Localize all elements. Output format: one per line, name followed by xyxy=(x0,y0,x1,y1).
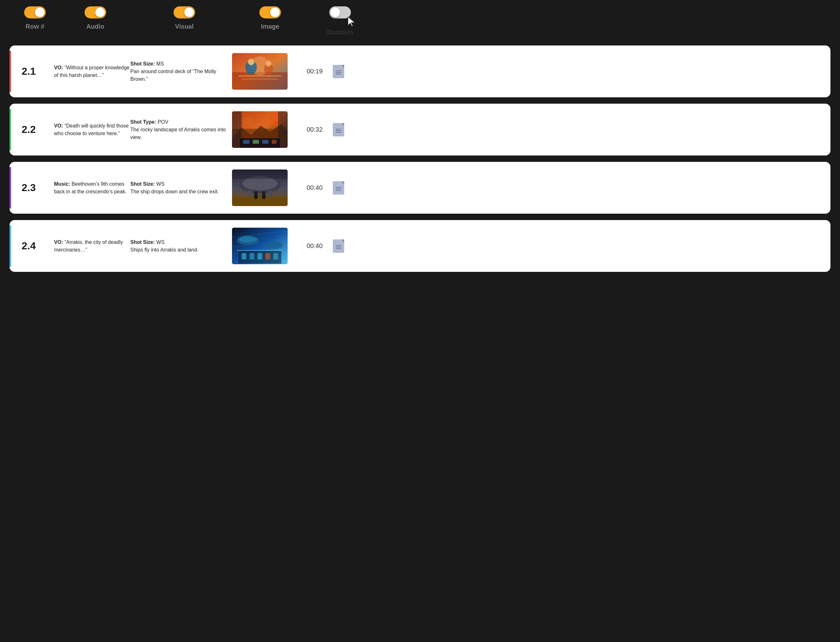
visual-text-2-3: The ship drops down and the crew exit. xyxy=(130,189,218,194)
svg-rect-40 xyxy=(241,253,246,259)
header-col-visual: Visual xyxy=(133,6,235,30)
svg-rect-17 xyxy=(243,140,249,144)
svg-rect-25 xyxy=(268,190,272,196)
toggle-row[interactable] xyxy=(24,6,46,18)
row-accent-2-4 xyxy=(10,225,11,266)
toggle-knob-image xyxy=(270,8,280,17)
header-col-image: Image xyxy=(235,6,305,30)
col-label-row: Row # xyxy=(26,23,44,30)
image-2-4 xyxy=(232,228,288,264)
document-icon-2-3[interactable] xyxy=(333,181,344,195)
doc-icon-lines-2-4 xyxy=(336,245,342,249)
row-number-2-2: 2.2 xyxy=(16,124,54,135)
visual-type-2-4: WS xyxy=(156,240,165,245)
table-row: 2.3 Music: Beethoven’s 9th comes back in… xyxy=(10,162,830,214)
document-icon-2-4[interactable] xyxy=(333,240,344,253)
visual-label-2-3: Shot Size: xyxy=(130,181,155,186)
audio-label-2-2: VO: xyxy=(54,123,63,128)
row-icon-2-4[interactable] xyxy=(330,240,346,253)
document-icon-2-2[interactable] xyxy=(333,123,344,136)
col-label-visual: Visual xyxy=(175,23,194,30)
row-visual-2-4: Shot Size: WS Ships fly into Arrakis and… xyxy=(130,238,232,254)
toggle-knob-visual xyxy=(185,8,194,17)
audio-label-2-3: Music: xyxy=(54,181,70,186)
doc-icon-lines-2-1 xyxy=(336,71,342,75)
svg-point-36 xyxy=(239,236,257,243)
row-accent-2-3 xyxy=(10,167,11,208)
row-accent-2-2 xyxy=(10,109,11,150)
image-2-3 xyxy=(232,170,288,206)
toggle-audio[interactable] xyxy=(84,6,106,18)
doc-icon-lines-2-2 xyxy=(336,129,342,133)
header-row: Row # Audio Visual Image Durat xyxy=(10,6,830,42)
svg-rect-41 xyxy=(249,253,254,259)
row-number-2-1: 2.1 xyxy=(16,65,54,77)
svg-point-8 xyxy=(266,61,272,66)
toggle-visual[interactable] xyxy=(173,6,195,18)
visual-label-2-2: Shot Type: xyxy=(130,119,156,125)
svg-rect-42 xyxy=(257,253,262,259)
row-audio-2-1: VO: “Without a proper knowledge of this … xyxy=(54,64,130,79)
audio-text-2-1: “Without a proper knowledge of this hars… xyxy=(54,65,129,78)
cursor-icon xyxy=(347,16,357,28)
visual-label-2-1: Shot Size: xyxy=(130,61,155,66)
row-number-2-4: 2.4 xyxy=(16,240,54,252)
row-visual-2-2: Shot Type: POV The rocky landscape of Ar… xyxy=(130,118,232,141)
row-image-2-2 xyxy=(232,111,292,148)
row-duration-2-2: 00:32 xyxy=(299,126,330,133)
header-col-duration: Duration xyxy=(305,6,375,36)
row-image-2-3 xyxy=(232,170,292,206)
row-duration-2-3: 00:40 xyxy=(299,184,330,191)
row-image-2-1 xyxy=(232,53,292,90)
svg-rect-44 xyxy=(274,253,278,259)
header-col-audio: Audio xyxy=(57,6,133,30)
svg-rect-43 xyxy=(265,253,270,259)
visual-text-2-2: The rocky landscape of Arrakis comes int… xyxy=(130,127,226,140)
svg-rect-19 xyxy=(262,140,269,144)
svg-rect-31 xyxy=(232,170,288,179)
svg-rect-20 xyxy=(272,140,277,144)
row-number-2-3: 2.3 xyxy=(16,182,54,194)
doc-icon-lines-2-3 xyxy=(336,187,342,191)
audio-label-2-4: VO: xyxy=(54,240,63,245)
row-icon-2-3[interactable] xyxy=(330,181,346,195)
svg-point-13 xyxy=(243,116,252,126)
svg-rect-26 xyxy=(232,196,288,206)
row-audio-2-2: VO: “Death will quickly find those who c… xyxy=(54,122,130,137)
table-row: 2.4 VO: “Arrakis, the city of deadly mer… xyxy=(10,220,830,272)
svg-rect-24 xyxy=(248,190,252,196)
row-audio-2-3: Music: Beethoven’s 9th comes back in at … xyxy=(54,180,130,196)
row-visual-2-1: Shot Size: MS Pan around control deck of… xyxy=(130,60,232,83)
visual-type-2-3: WS xyxy=(156,181,165,186)
visual-text-2-4: Ships fly into Arrakis and land. xyxy=(130,247,198,253)
document-icon-2-1[interactable] xyxy=(333,65,344,78)
visual-label-2-4: Shot Size: xyxy=(130,240,155,245)
table-row: 2.2 VO: “Death will quickly find those w… xyxy=(10,104,830,156)
svg-point-30 xyxy=(262,191,265,194)
svg-rect-38 xyxy=(237,250,283,251)
toggle-image[interactable] xyxy=(259,6,281,18)
image-2-1 xyxy=(232,53,288,90)
toggle-knob-audio xyxy=(95,8,105,17)
audio-text-2-4: “Arrakis, the city of deadly mercinaries… xyxy=(54,240,123,253)
col-label-duration: Duration xyxy=(327,29,353,36)
toggle-knob-row xyxy=(35,8,44,17)
svg-rect-4 xyxy=(241,79,278,79)
visual-type-2-2: POV xyxy=(158,119,168,125)
audio-text-2-2: “Death will quickly find those who choos… xyxy=(54,123,129,136)
row-accent-2-1 xyxy=(10,50,11,92)
row-visual-2-3: Shot Size: WS The ship drops down and th… xyxy=(130,180,232,196)
table-row: 2.1 VO: “Without a proper knowledge of t… xyxy=(10,45,830,97)
visual-type-2-1: MS xyxy=(156,61,164,66)
row-icon-2-1[interactable] xyxy=(330,65,346,78)
row-icon-2-2[interactable] xyxy=(330,123,346,136)
svg-rect-18 xyxy=(252,140,259,144)
svg-point-37 xyxy=(264,242,283,249)
row-duration-2-4: 00:40 xyxy=(299,242,330,250)
rows-container: 2.1 VO: “Without a proper knowledge of t… xyxy=(10,45,830,272)
svg-point-6 xyxy=(248,59,254,65)
svg-rect-3 xyxy=(238,75,281,77)
row-audio-2-4: VO: “Arrakis, the city of deadly mercina… xyxy=(54,238,130,254)
svg-point-28 xyxy=(254,191,257,194)
header-col-row: Row # xyxy=(13,6,57,30)
